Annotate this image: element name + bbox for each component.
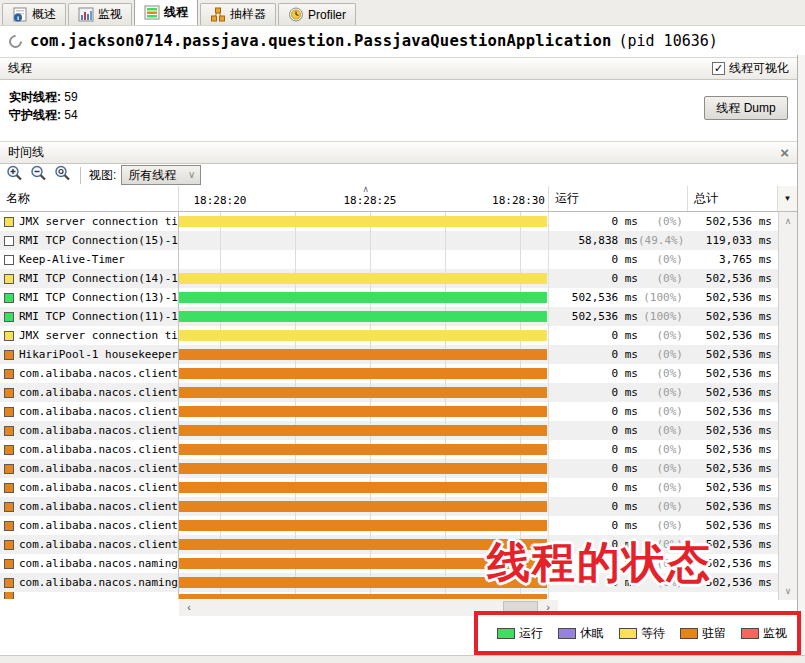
view-dropdown[interactable]: 所有线程 ∨ bbox=[121, 165, 201, 185]
tab-sampler[interactable]: 抽样器 bbox=[200, 3, 276, 25]
table-row[interactable]: com.alibaba.nacos.client.W0 ms(0%)502,53… bbox=[0, 421, 797, 440]
thread-state-icon bbox=[4, 464, 14, 474]
running-value: 502,536 ms bbox=[572, 310, 638, 323]
thread-state-bar bbox=[179, 501, 547, 512]
thread-state-legend: 运行休眠等待驻留监视 bbox=[474, 611, 801, 655]
threads-section-title: 线程 bbox=[8, 60, 32, 77]
close-icon[interactable]: × bbox=[780, 144, 789, 161]
legend-item: 休眠 bbox=[558, 625, 604, 642]
thread-name-cell: com.alibaba.nacos.client.W bbox=[0, 516, 179, 535]
checkmark-icon: ✓ bbox=[714, 63, 723, 74]
legend-swatch bbox=[680, 628, 698, 639]
thread-running-cell: 0 ms(0%) bbox=[549, 402, 688, 421]
column-header-total[interactable]: 总计 bbox=[688, 186, 778, 211]
thread-timeline-cell bbox=[179, 250, 549, 269]
thread-name-cell: com.alibaba.nacos.naming.b bbox=[0, 554, 179, 573]
column-header-running[interactable]: 运行 bbox=[549, 186, 688, 211]
profiler-icon bbox=[288, 7, 304, 22]
scroll-left-icon[interactable]: ‹ bbox=[181, 600, 197, 616]
zoom-in-icon[interactable] bbox=[6, 165, 23, 186]
running-value: 502,536 ms bbox=[572, 291, 638, 304]
table-row[interactable]: JMX server connection time0 ms(0%)502,53… bbox=[0, 326, 797, 345]
visualize-checkbox[interactable]: ✓ bbox=[712, 62, 725, 75]
thread-running-cell: 0 ms(0%) bbox=[549, 212, 688, 231]
thread-name-cell: RMI TCP Connection(13)-192. bbox=[0, 288, 179, 307]
table-row[interactable] bbox=[0, 592, 797, 599]
table-row[interactable]: RMI TCP Connection(11)-192.502,536 ms(10… bbox=[0, 307, 797, 326]
thread-running-cell: 502,536 ms(100%) bbox=[549, 307, 688, 326]
thread-dump-button[interactable]: 线程 Dump bbox=[704, 96, 788, 120]
table-row[interactable]: com.alibaba.nacos.client.W0 ms(0%)502,53… bbox=[0, 516, 797, 535]
table-row[interactable]: com.alibaba.nacos.client.W0 ms(0%)502,53… bbox=[0, 364, 797, 383]
thread-running-cell: 58,838 ms(49.4%) bbox=[549, 231, 688, 250]
status-bar bbox=[0, 655, 805, 663]
legend-item: 等待 bbox=[619, 625, 665, 642]
thread-stats: 实时线程: 59 守护线程: 54 bbox=[9, 88, 78, 124]
table-row[interactable]: com.alibaba.nacos.client.W0 ms(0%)502,53… bbox=[0, 440, 797, 459]
thread-total-cell: 502,536 ms bbox=[688, 288, 778, 307]
scroll-up-icon[interactable]: ∧ bbox=[779, 213, 797, 229]
scroll-down-icon[interactable]: ∨ bbox=[779, 583, 797, 599]
thread-state-bar bbox=[179, 482, 547, 493]
thread-state-icon bbox=[4, 293, 14, 303]
table-row[interactable]: com.alibaba.nacos.client.W0 ms(0%)502,53… bbox=[0, 497, 797, 516]
table-row[interactable]: RMI TCP Connection(14)-192.0 ms(0%)502,5… bbox=[0, 269, 797, 288]
table-row[interactable]: RMI TCP Connection(15)-192.58,838 ms(49.… bbox=[0, 231, 797, 250]
thread-timeline-cell bbox=[179, 307, 549, 326]
thread-running-cell: 0 ms(0%) bbox=[549, 269, 688, 288]
live-threads-line: 实时线程: 59 bbox=[9, 88, 78, 106]
table-row[interactable]: RMI TCP Connection(13)-192.502,536 ms(10… bbox=[0, 288, 797, 307]
thread-name-cell: RMI TCP Connection(11)-192. bbox=[0, 307, 179, 326]
running-value: 0 ms bbox=[612, 329, 639, 342]
table-row[interactable]: com.alibaba.nacos.client.W0 ms(0%)502,53… bbox=[0, 383, 797, 402]
running-value: 0 ms bbox=[612, 500, 639, 513]
thread-state-icon bbox=[4, 483, 14, 493]
running-value: 0 ms bbox=[612, 348, 639, 361]
thread-name-cell: com.alibaba.nacos.client.W bbox=[0, 459, 179, 478]
table-row[interactable]: com.alibaba.nacos.client.W0 ms(0%)502,53… bbox=[0, 402, 797, 421]
thread-name: com.alibaba.nacos.client.W bbox=[19, 367, 178, 380]
table-row[interactable]: Keep-Alive-Timer0 ms(0%)3,765 ms bbox=[0, 250, 797, 269]
thread-state-icon bbox=[4, 592, 14, 599]
table-row[interactable]: JMX server connection time0 ms(0%)502,53… bbox=[0, 212, 797, 231]
thread-name-cell: JMX server connection time bbox=[0, 212, 179, 231]
thread-running-cell: 0 ms(0%) bbox=[549, 478, 688, 497]
thread-timeline-cell bbox=[179, 592, 549, 599]
toolbar-separator bbox=[80, 167, 81, 184]
zoom-out-icon[interactable] bbox=[30, 165, 47, 186]
sampler-icon bbox=[210, 7, 226, 22]
table-row[interactable]: HikariPool-1 housekeeper0 ms(0%)502,536 … bbox=[0, 345, 797, 364]
legend-label: 等待 bbox=[641, 625, 665, 642]
thread-state-bar bbox=[179, 406, 547, 417]
thread-name-cell: com.alibaba.nacos.client.W bbox=[0, 402, 179, 421]
thread-total-cell: 502,536 ms bbox=[688, 478, 778, 497]
thread-state-icon bbox=[4, 388, 14, 398]
running-value: 0 ms bbox=[612, 405, 639, 418]
thread-running-cell: 0 ms(0%) bbox=[549, 516, 688, 535]
tab-profiler[interactable]: Profiler bbox=[278, 3, 356, 25]
thread-total-cell: 502,536 ms bbox=[688, 516, 778, 535]
vertical-scrollbar[interactable]: ∧ ∨ bbox=[778, 212, 797, 600]
daemon-threads-value: 54 bbox=[64, 108, 77, 122]
thread-name: RMI TCP Connection(11)-192. bbox=[19, 310, 178, 323]
running-percent: (0%) bbox=[638, 329, 688, 342]
thread-state-icon bbox=[4, 540, 14, 550]
thread-state-icon bbox=[4, 217, 14, 227]
thread-state-icon bbox=[4, 274, 14, 284]
column-selector-button[interactable]: ▼ bbox=[778, 186, 797, 211]
tab-overview[interactable]: i 概述 bbox=[2, 3, 66, 25]
tab-threads[interactable]: 线程 bbox=[134, 0, 198, 25]
application-title: com.jackson0714.passjava.question.Passja… bbox=[30, 32, 611, 50]
thread-state-icon bbox=[4, 578, 14, 588]
column-header-name[interactable]: 名称 bbox=[0, 186, 179, 211]
column-header-timeline[interactable]: ∧ 18:28:20 18:28:25 18:28:30 bbox=[179, 186, 549, 211]
table-row[interactable]: com.alibaba.nacos.client.W0 ms(0%)502,53… bbox=[0, 478, 797, 497]
tab-monitor[interactable]: 监视 bbox=[68, 3, 132, 25]
thread-name-cell: com.alibaba.nacos.client.W bbox=[0, 478, 179, 497]
legend-item: 监视 bbox=[741, 625, 787, 642]
zoom-fit-icon[interactable] bbox=[54, 165, 71, 186]
daemon-threads-line: 守护线程: 54 bbox=[9, 106, 78, 124]
table-row[interactable]: com.alibaba.nacos.client.W0 ms(0%)502,53… bbox=[0, 459, 797, 478]
thread-timeline-cell bbox=[179, 421, 549, 440]
thread-name-cell: Keep-Alive-Timer bbox=[0, 250, 179, 269]
